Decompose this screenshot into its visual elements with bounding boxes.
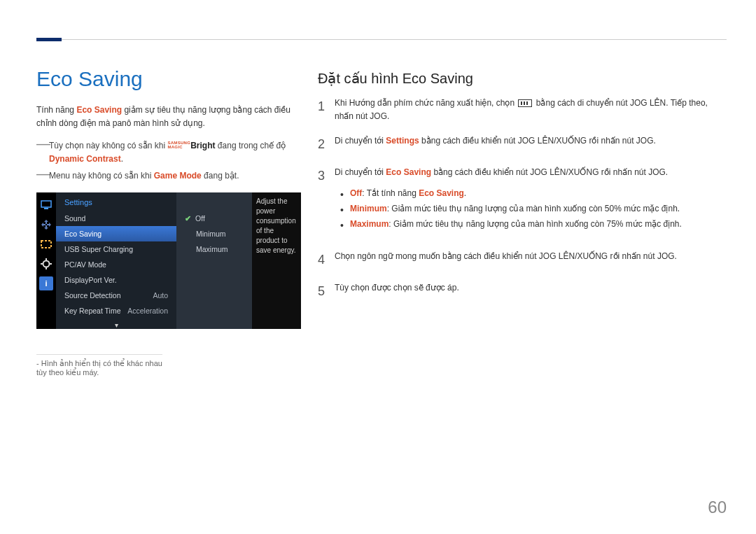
off-kw: Off <box>350 188 362 198</box>
notes-block: ― Tùy chọn này không có sẵn khi SAMSUNGM… <box>36 139 301 183</box>
step2-text-a: Di chuyển tới <box>335 136 386 146</box>
note-row: ― Tùy chọn này không có sẵn khi SAMSUNGM… <box>36 139 301 165</box>
step2-text-b: bằng cách điều khiển nút JOG LÊN/XUỐNG r… <box>419 136 656 146</box>
eco-saving-kw-off: Eco Saving <box>419 188 464 198</box>
svg-rect-1 <box>44 208 48 209</box>
step-row: 3 Di chuyển tới Eco Saving bằng cách điề… <box>318 166 727 239</box>
bullet-item: Maximum: Giảm mức tiêu thụ năng lượng củ… <box>340 217 727 232</box>
osd-sub-item: Minimum <box>176 226 252 241</box>
step4-text: Chọn ngôn ngữ mong muốn bằng cách điều k… <box>335 250 727 270</box>
step-number: 4 <box>318 250 335 270</box>
osd-item: Sound <box>56 211 176 226</box>
step-number: 2 <box>318 134 335 155</box>
osd-description: Adjust the power consumption of the prod… <box>252 192 301 329</box>
osd-screenshot: i Settings Sound Eco Saving USB Super Ch… <box>36 192 301 329</box>
step1-text-a: Khi Hướng dẫn phím chức năng xuất hiện, … <box>335 98 517 108</box>
osd-header: Settings <box>56 195 176 211</box>
note1-lead: Tùy chọn này không có sẵn khi <box>49 141 167 150</box>
osd-sub-list: ✔Off Minimum Maximum <box>176 192 252 329</box>
info-icon: i <box>39 276 53 290</box>
game-mode-kw: Game Mode <box>154 171 202 181</box>
osd-sub-item: Maximum <box>176 241 252 257</box>
step3-text-a: Di chuyển tới <box>335 167 386 177</box>
step5-text: Tùy chọn được chọn sẽ được áp. <box>335 281 727 302</box>
frame-icon <box>39 237 53 251</box>
right-column: Đặt cấu hình Eco Saving 1 Khi Hướng dẫn … <box>318 70 727 313</box>
osd-item: DisplayPort Ver. <box>56 272 176 288</box>
page-title: Eco Saving <box>36 67 301 91</box>
osd-item: Source DetectionAuto <box>56 288 176 303</box>
step-row: 4 Chọn ngôn ngữ mong muốn bằng cách điều… <box>318 250 727 270</box>
note2-tail: đang bật. <box>202 171 239 181</box>
menu-icon <box>518 99 532 107</box>
svg-rect-2 <box>41 241 51 248</box>
samsung-magic-label: SAMSUNGMAGIC <box>167 141 190 149</box>
osd-main-list: Settings Sound Eco Saving USB Super Char… <box>56 192 176 329</box>
gear-icon <box>39 257 53 271</box>
step3-text-b: bằng cách điều khiển nút JOG LÊN/XUỐNG r… <box>431 167 668 177</box>
b1-mid: : Tắt tính năng <box>362 188 419 198</box>
note-dash-icon: ― <box>36 139 49 165</box>
intro-text-1: Tính năng <box>36 105 76 115</box>
step-number: 5 <box>318 281 335 302</box>
monitor-icon <box>39 198 53 212</box>
step-row: 1 Khi Hướng dẫn phím chức năng xuất hiện… <box>318 97 727 123</box>
osd-item: USB Super Charging <box>56 241 176 257</box>
minimum-kw: Minimum <box>350 204 387 213</box>
footnote-text: Hình ảnh hiển thị có thể khác nhau tùy t… <box>36 359 162 377</box>
section-title: Đặt cấu hình Eco Saving <box>318 70 727 87</box>
note1-end: . <box>121 154 123 164</box>
intro-paragraph: Tính năng Eco Saving giảm sự tiêu thụ nă… <box>36 104 301 129</box>
maximum-kw: Maximum <box>350 219 388 229</box>
note1-tail: đang trong chế độ <box>216 141 286 150</box>
bullet-item: Minimum: Giảm mức tiêu thụ năng lượng củ… <box>340 202 727 217</box>
chevron-down-icon: ▾ <box>56 318 176 329</box>
osd-item-selected: Eco Saving <box>56 226 176 241</box>
osd-icon-rail: i <box>36 192 56 329</box>
note-dash-icon: ― <box>36 169 49 183</box>
svg-rect-0 <box>41 201 51 207</box>
step-row: 5 Tùy chọn được chọn sẽ được áp. <box>318 281 727 302</box>
footnote-dash: - <box>36 359 39 367</box>
left-column: Eco Saving Tính năng Eco Saving giảm sự … <box>36 67 301 377</box>
header-rule <box>36 39 727 40</box>
options-bullets: Off: Tắt tính năng Eco Saving. Minimum: … <box>340 186 727 232</box>
osd-footnote: - Hình ảnh hiển thị có thể khác nhau tùy… <box>36 354 162 377</box>
svg-point-3 <box>43 260 50 267</box>
step-number: 3 <box>318 166 335 239</box>
b1-end: . <box>464 188 466 198</box>
step-row: 2 Di chuyển tới Settings bằng cách điều … <box>318 134 727 155</box>
note2-lead: Menu này không có sẵn khi <box>49 171 154 181</box>
bullet-item: Off: Tắt tính năng Eco Saving. <box>340 186 727 202</box>
settings-kw: Settings <box>386 136 419 146</box>
page-number: 60 <box>708 498 727 517</box>
b3-text: : Giảm mức tiêu thụ năng lượng của màn h… <box>388 219 682 229</box>
eco-saving-kw: Eco Saving <box>76 105 122 115</box>
step-number: 1 <box>318 97 335 123</box>
steps-list: 1 Khi Hướng dẫn phím chức năng xuất hiện… <box>318 97 727 302</box>
dynamic-contrast-kw: Dynamic Contrast <box>49 154 121 164</box>
osd-item: Key Repeat TimeAcceleration <box>56 303 176 318</box>
osd-item: PC/AV Mode <box>56 257 176 272</box>
arrows-icon <box>39 218 53 232</box>
note-row: ― Menu này không có sẵn khi Game Mode đa… <box>36 169 301 183</box>
bright-kw: Bright <box>190 141 215 150</box>
osd-sub-item: ✔Off <box>176 211 252 226</box>
check-icon: ✔ <box>185 214 191 223</box>
eco-saving-kw-step: Eco Saving <box>386 167 431 177</box>
b2-text: : Giảm mức tiêu thụ năng lượng của màn h… <box>387 204 680 213</box>
